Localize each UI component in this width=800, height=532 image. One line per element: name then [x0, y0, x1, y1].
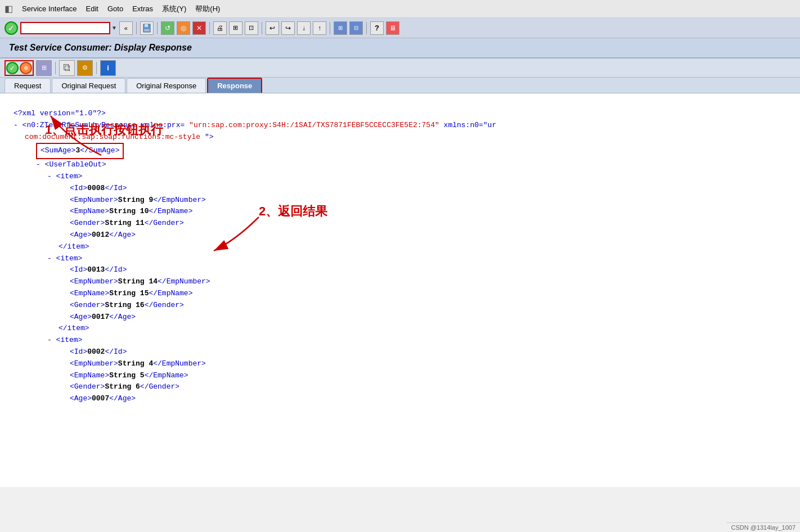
- xml-id2-value: 0013: [87, 265, 105, 274]
- xml-item2-id: <Id>0013</Id>: [70, 264, 786, 276]
- xml-empnum2-open: <EmpNumber>: [70, 277, 118, 286]
- stop-btn[interactable]: ✕: [192, 21, 206, 35]
- info-btn[interactable]: i: [100, 60, 116, 76]
- settings-btn[interactable]: ⚙: [77, 60, 93, 76]
- xml-item2-gender: <Gender>String 16</Gender>: [70, 300, 786, 312]
- xml-age3-open: <Age>: [70, 394, 92, 403]
- xml-item1-empnumber: <EmpNumber>String 9</EmpNumber>: [70, 195, 786, 206]
- window-btn2[interactable]: ⊟: [349, 21, 363, 35]
- xml-age2-value: 0017: [92, 313, 109, 321]
- xml-item1-empname: <EmpName>String 10</EmpName>: [70, 206, 786, 218]
- xml-sumage-line: <SumAge>3</SumAge>: [36, 143, 786, 159]
- xml-empnum2-close: </EmpNumber>: [158, 277, 210, 286]
- print-btn[interactable]: 🖨: [213, 21, 227, 35]
- page-title-bar: Test Service Consumer: Display Response: [0, 38, 800, 58]
- xml-empname1-value: String 10: [109, 207, 149, 215]
- menu-help[interactable]: 帮助(H): [195, 4, 220, 14]
- xml-empnum3-value: String 4: [118, 359, 153, 368]
- tab-original-request[interactable]: Original Request: [52, 78, 125, 93]
- xml-id1-open: <Id>: [70, 184, 87, 192]
- xml-item2-close: </item>: [59, 324, 89, 332]
- svg-rect-2: [144, 29, 150, 31]
- tab-original-response[interactable]: Original Response: [127, 78, 206, 93]
- xml-dash-2: -: [36, 160, 45, 169]
- help-btn[interactable]: ?: [370, 21, 384, 35]
- table-view-btn[interactable]: ⊞: [36, 60, 52, 76]
- xml-prx-attr: "urn:sap.com:proxy:S4H:/1SAI/TXS7871FEBF…: [189, 121, 439, 129]
- xml-dash-1: -: [14, 121, 23, 129]
- find2-btn[interactable]: ◎: [177, 21, 190, 35]
- xml-item1-open: <item>: [56, 172, 83, 181]
- xml-id1-close: </Id>: [105, 184, 127, 192]
- xml-empnum3-open: <EmpNumber>: [70, 359, 118, 368]
- xml-item3-open: <item>: [56, 336, 83, 344]
- dropdown-arrow-icon[interactable]: ▼: [111, 25, 117, 31]
- monitor-btn[interactable]: 🖥: [386, 21, 399, 35]
- xml-pi: <?xml version="1.0"?>: [14, 109, 106, 118]
- nav-back-btn[interactable]: «: [119, 21, 133, 35]
- xml-gender1-value: String 11: [105, 219, 144, 227]
- xml-id1-value: 0008: [87, 184, 105, 192]
- execute-btn[interactable]: ✓: [6, 62, 19, 74]
- xml-id2-close: </Id>: [105, 265, 127, 274]
- xml-item2-empname: <EmpName>String 15</EmpName>: [70, 288, 786, 300]
- xml-age1-close: </Age>: [109, 231, 136, 239]
- nav-prev-btn[interactable]: ↩: [266, 21, 279, 35]
- tab-request[interactable]: Request: [5, 78, 51, 93]
- action-toolbar: ✓ ⊕ ⊞ ⿻ ⚙ i: [0, 58, 800, 78]
- status-text: CSDN @1314lay_1007: [731, 524, 795, 531]
- xml-empname2-close: </EmpName>: [149, 289, 192, 297]
- nav-next-btn[interactable]: ↪: [281, 21, 295, 35]
- print2-btn[interactable]: ⊞: [229, 21, 242, 35]
- menu-goto[interactable]: Goto: [107, 4, 123, 13]
- toolbar-separator-2: [157, 22, 158, 34]
- toolbar-separator-4: [262, 22, 262, 34]
- xml-age3-close: </Age>: [109, 394, 136, 403]
- find-btn[interactable]: ↺: [161, 21, 174, 35]
- xml-item3-gender: <Gender>String 6</Gender>: [70, 381, 786, 393]
- copy-btn[interactable]: ⿻: [59, 60, 75, 76]
- xml-usertable-open: <UserTableOut>: [45, 160, 106, 169]
- xml-empname2-value: String 15: [109, 289, 149, 297]
- xml-sumage-close: </SumAge>: [80, 146, 119, 155]
- annotation-step1: 1、点击执行按钮执行: [45, 121, 163, 138]
- green-check-icon[interactable]: ✓: [5, 21, 18, 35]
- xml-gender1-open: <Gender>: [70, 219, 105, 227]
- nav-down-btn[interactable]: ↓: [297, 21, 311, 35]
- save-btn[interactable]: [140, 21, 154, 35]
- xml-pi-line: <?xml version="1.0"?>: [14, 108, 786, 120]
- xml-empname1-open: <EmpName>: [70, 207, 109, 215]
- xml-dash-item1: -: [47, 172, 56, 181]
- xml-gender2-value: String 16: [105, 301, 144, 309]
- menu-service-interface[interactable]: Service Interface: [22, 4, 77, 13]
- xml-id3-open: <Id>: [70, 348, 87, 356]
- sumage-box: <SumAge>3</SumAge>: [36, 143, 124, 159]
- tabs-bar: Request Original Request Original Respon…: [0, 78, 800, 93]
- xml-item1-age: <Age>0012</Age>: [70, 229, 786, 241]
- xml-age3-value: 0007: [92, 394, 109, 403]
- xml-item3-empname: <EmpName>String 5</EmpName>: [70, 370, 786, 382]
- command-input[interactable]: [20, 22, 110, 34]
- xml-gender3-open: <Gender>: [70, 382, 105, 391]
- menu-edit[interactable]: Edit: [86, 4, 98, 13]
- xml-gender3-value: String 6: [105, 382, 140, 391]
- tab-response[interactable]: Response: [207, 78, 262, 93]
- window-btn1[interactable]: ⊞: [334, 21, 347, 35]
- xml-empname3-close: </EmpName>: [145, 371, 188, 380]
- menu-extras[interactable]: Extras: [132, 4, 153, 13]
- xml-item2-open: <item>: [56, 254, 83, 263]
- stop-execute-btn[interactable]: ⊕: [20, 62, 32, 74]
- xml-empnum1-value: String 9: [118, 196, 153, 204]
- xml-item2-empnumber: <EmpNumber>String 14</EmpNumber>: [70, 276, 786, 288]
- xml-item2-dash: - <item>: [47, 253, 786, 265]
- nav-up-btn[interactable]: ↑: [313, 21, 326, 35]
- xml-age1-open: <Age>: [70, 231, 92, 239]
- xml-item2-age: <Age>0017</Age>: [70, 312, 786, 323]
- menu-bar: ◧ Service Interface Edit Goto Extras 系统(…: [0, 0, 800, 18]
- xml-id3-value: 0002: [87, 348, 105, 356]
- xml-age2-close: </Age>: [109, 313, 136, 321]
- print3-btn[interactable]: ⊡: [245, 21, 258, 35]
- xml-item1-dash: - <item>: [47, 171, 786, 183]
- xml-item3-dash: - <item>: [47, 335, 786, 346]
- menu-system[interactable]: 系统(Y): [162, 4, 186, 14]
